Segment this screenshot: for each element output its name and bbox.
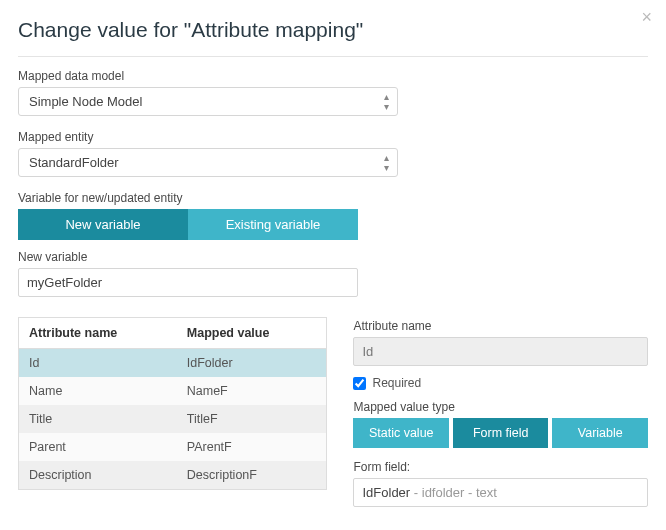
table-row[interactable]: IdIdFolder — [19, 349, 327, 378]
label-mapped-data-model: Mapped data model — [18, 69, 648, 83]
required-checkbox[interactable] — [353, 377, 366, 390]
label-new-variable: New variable — [18, 250, 648, 264]
cell-mapped: PArentF — [177, 433, 327, 461]
label-mapped-value-type: Mapped value type — [353, 400, 648, 414]
new-variable-input[interactable] — [18, 268, 358, 297]
modal: × Change value for "Attribute mapping" M… — [0, 0, 666, 530]
table-row[interactable]: NameNameF — [19, 377, 327, 405]
th-mapped-value: Mapped value — [177, 318, 327, 349]
cell-attr: Title — [19, 405, 177, 433]
form-field-suffix: - idfolder - text — [410, 485, 497, 500]
dialog-title: Change value for "Attribute mapping" — [18, 18, 648, 42]
existing-variable-button[interactable]: Existing variable — [188, 209, 358, 240]
th-attribute-name: Attribute name — [19, 318, 177, 349]
updown-icon: ▴▾ — [384, 92, 389, 112]
label-variable-for: Variable for new/updated entity — [18, 191, 648, 205]
label-form-field: Form field: — [353, 460, 648, 474]
cell-attr: Id — [19, 349, 177, 378]
cell-mapped: DescriptionF — [177, 461, 327, 490]
attribute-table: Attribute name Mapped value IdIdFolderNa… — [18, 317, 327, 490]
select-data-model[interactable]: Simple Node Model ▴▾ — [18, 87, 398, 116]
select-data-model-value: Simple Node Model — [29, 94, 142, 109]
cell-mapped: NameF — [177, 377, 327, 405]
form-field-value: IdFolder — [362, 485, 410, 500]
label-attribute-name: Attribute name — [353, 319, 648, 333]
static-value-button[interactable]: Static value — [353, 418, 449, 448]
label-mapped-entity: Mapped entity — [18, 130, 648, 144]
cell-attr: Parent — [19, 433, 177, 461]
table-row[interactable]: ParentPArentF — [19, 433, 327, 461]
form-field-select[interactable]: IdFolder - idfolder - text — [353, 478, 648, 507]
attribute-name-input — [353, 337, 648, 366]
select-entity-value: StandardFolder — [29, 155, 119, 170]
divider — [18, 56, 648, 57]
cell-attr: Description — [19, 461, 177, 490]
label-required: Required — [372, 376, 421, 390]
close-icon[interactable]: × — [641, 8, 652, 26]
table-row[interactable]: TitleTitleF — [19, 405, 327, 433]
cell-mapped: TitleF — [177, 405, 327, 433]
value-type-group: Static value Form field Variable — [353, 418, 648, 448]
select-entity[interactable]: StandardFolder ▴▾ — [18, 148, 398, 177]
variable-button[interactable]: Variable — [552, 418, 648, 448]
new-variable-button[interactable]: New variable — [18, 209, 188, 240]
cell-mapped: IdFolder — [177, 349, 327, 378]
form-field-button[interactable]: Form field — [453, 418, 549, 448]
cell-attr: Name — [19, 377, 177, 405]
variable-toggle-group: New variable Existing variable — [18, 209, 648, 240]
table-row[interactable]: DescriptionDescriptionF — [19, 461, 327, 490]
updown-icon: ▴▾ — [384, 153, 389, 173]
